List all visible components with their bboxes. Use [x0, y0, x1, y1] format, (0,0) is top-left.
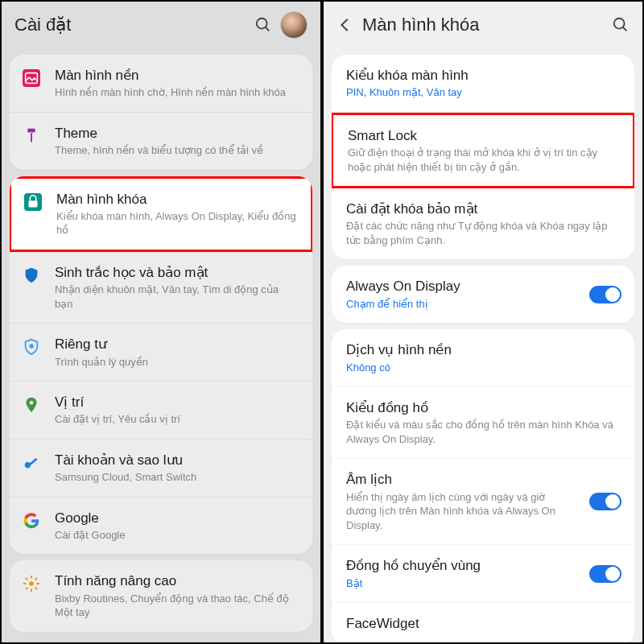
item-sub: Bixby Routines, Chuyển động và thao tác,…	[55, 592, 299, 620]
item-sub: Hiển thị ngày âm lịch cùng với ngày và g…	[346, 490, 578, 533]
item-sub: Bật	[346, 576, 578, 591]
item-sub: Đặt kiểu và màu sắc cho đồng hồ trên màn…	[346, 418, 621, 446]
item-sub: Không có	[346, 361, 621, 375]
item-label: Smart Lock	[348, 127, 620, 144]
settings-group-1: Màn hình nền Hình nền màn hình chờ, Hình…	[10, 55, 312, 170]
item-facewidget[interactable]: FaceWidget	[332, 603, 634, 644]
search-icon[interactable]	[254, 16, 272, 34]
svg-rect-2	[26, 73, 38, 84]
item-label: Âm lịch	[346, 471, 578, 488]
svg-rect-4	[29, 200, 38, 207]
svg-line-1	[266, 27, 270, 31]
wallpaper-icon	[23, 69, 40, 87]
settings-item-google[interactable]: Google Cài đặt Google	[10, 497, 312, 555]
back-icon[interactable]	[336, 16, 354, 34]
privacy-shield-icon	[23, 338, 40, 356]
item-sub: Nhận diện khuôn mặt, Vân tay, Tìm di độn…	[55, 283, 299, 311]
item-lunar-calendar[interactable]: Âm lịch Hiển thị ngày âm lịch cùng với n…	[332, 459, 634, 545]
item-label: Tính năng nâng cao	[55, 572, 299, 589]
toggle-switch[interactable]	[589, 286, 621, 303]
item-label: Kiểu khóa màn hình	[346, 67, 621, 84]
shield-icon	[23, 266, 40, 284]
item-sub: PIN, Khuôn mặt, Vân tay	[346, 85, 621, 100]
svg-line-11	[623, 27, 627, 31]
item-sub: Chạm để hiển thị	[346, 297, 578, 312]
profile-avatar[interactable]	[280, 11, 308, 39]
item-label: Đồng hồ chuyển vùng	[346, 557, 578, 574]
search-icon[interactable]	[612, 16, 630, 34]
settings-group-3: Tính năng nâng cao Bixby Routines, Chuyể…	[10, 560, 312, 631]
item-label: Sinh trắc học và bảo mật	[55, 264, 299, 281]
settings-item-biometrics[interactable]: Sinh trắc học và bảo mật Nhận diện khuôn…	[10, 252, 312, 324]
item-sub: Theme, hình nền và biểu tượng có thể tải…	[55, 143, 299, 158]
key-icon	[23, 454, 40, 472]
item-lock-type[interactable]: Kiểu khóa màn hình PIN, Khuôn mặt, Vân t…	[332, 55, 634, 113]
settings-item-wallpaper[interactable]: Màn hình nền Hình nền màn hình chờ, Hình…	[10, 55, 312, 113]
settings-item-accounts[interactable]: Tài khoản và sao lưu Samsung Cloud, Smar…	[10, 440, 312, 497]
item-sub: Giữ điện thoại ở trạng thái mở khóa khi …	[348, 146, 620, 174]
item-smart-lock[interactable]: Smart Lock Giữ điện thoại ở trạng thái m…	[332, 113, 634, 188]
item-label: Màn hình khóa	[56, 191, 298, 208]
item-label: Tài khoản và sao lưu	[55, 452, 299, 469]
settings-item-lockscreen[interactable]: Màn hình khóa Kiểu khóa màn hình, Always…	[10, 176, 312, 252]
item-secure-lock[interactable]: Cài đặt khóa bảo mật Đặt các chức năng n…	[332, 188, 634, 259]
item-sub: Samsung Cloud, Smart Switch	[55, 470, 299, 485]
settings-item-theme[interactable]: Theme Theme, hình nền và biểu tượng có t…	[10, 113, 312, 170]
svg-point-7	[25, 462, 31, 468]
svg-point-0	[257, 19, 267, 29]
svg-point-5	[30, 345, 33, 349]
lock-group-3: Dịch vụ hình nền Không có Kiểu đồng hồ Đ…	[332, 329, 634, 644]
svg-rect-3	[31, 133, 32, 142]
page-title: Màn hình khóa	[362, 14, 480, 35]
svg-point-9	[29, 582, 34, 587]
svg-rect-8	[29, 458, 37, 465]
item-sub: Kiểu khóa màn hình, Always On Display, K…	[56, 209, 298, 237]
item-label: FaceWidget	[346, 615, 621, 632]
lock-group-2: Always On Display Chạm để hiển thị	[332, 266, 634, 323]
item-label: Theme	[55, 125, 299, 142]
item-label: Cài đặt khóa bảo mật	[346, 200, 621, 217]
settings-item-privacy[interactable]: Riêng tư Trình quản lý quyền	[10, 324, 312, 382]
item-sub: Đặt các chức năng như Tự động khóa và Kh…	[346, 219, 621, 247]
google-icon	[23, 512, 40, 530]
svg-point-10	[614, 19, 625, 29]
toggle-switch[interactable]	[589, 565, 621, 583]
header: Màn hình khóa	[324, 2, 642, 48]
header: Cài đặt	[2, 2, 320, 48]
item-sub: Trình quản lý quyền	[55, 355, 299, 369]
item-sub: Cài đặt vị trí, Yêu cầu vị trí	[55, 412, 299, 427]
lockscreen-settings-pane: Màn hình khóa Kiểu khóa màn hình PIN, Kh…	[322, 0, 644, 644]
item-label: Màn hình nền	[55, 67, 299, 84]
advanced-icon	[23, 575, 40, 592]
item-wallpaper-service[interactable]: Dịch vụ hình nền Không có	[332, 329, 634, 387]
settings-main-pane: Cài đặt Màn hình nền Hình nền màn hình c…	[0, 0, 322, 644]
item-sub: Hình nền màn hình chờ, Hình nền màn hình…	[55, 85, 299, 100]
item-label: Dịch vụ hình nền	[346, 341, 621, 358]
settings-item-location[interactable]: Vị trí Cài đặt vị trí, Yêu cầu vị trí	[10, 382, 312, 440]
location-pin-icon	[23, 396, 40, 414]
item-label: Always On Display	[346, 278, 578, 295]
lock-group-1: Kiểu khóa màn hình PIN, Khuôn mặt, Vân t…	[332, 55, 634, 259]
settings-group-2: Màn hình khóa Kiểu khóa màn hình, Always…	[10, 176, 312, 555]
item-label: Google	[55, 510, 299, 526]
lock-icon	[24, 193, 42, 211]
item-sub: Cài đặt Google	[55, 528, 299, 543]
toggle-switch[interactable]	[589, 493, 621, 510]
theme-icon	[23, 127, 40, 145]
item-roaming-clock[interactable]: Đồng hồ chuyển vùng Bật	[332, 545, 634, 603]
item-aod[interactable]: Always On Display Chạm để hiển thị	[332, 266, 634, 323]
svg-point-6	[30, 401, 34, 405]
item-label: Riêng tư	[55, 336, 299, 353]
item-label: Kiểu đồng hồ	[346, 399, 621, 416]
item-label: Vị trí	[55, 394, 299, 411]
page-title: Cài đặt	[14, 14, 71, 35]
settings-item-advanced[interactable]: Tính năng nâng cao Bixby Routines, Chuyể…	[10, 560, 312, 631]
item-clock-style[interactable]: Kiểu đồng hồ Đặt kiểu và màu sắc cho đồn…	[332, 387, 634, 459]
